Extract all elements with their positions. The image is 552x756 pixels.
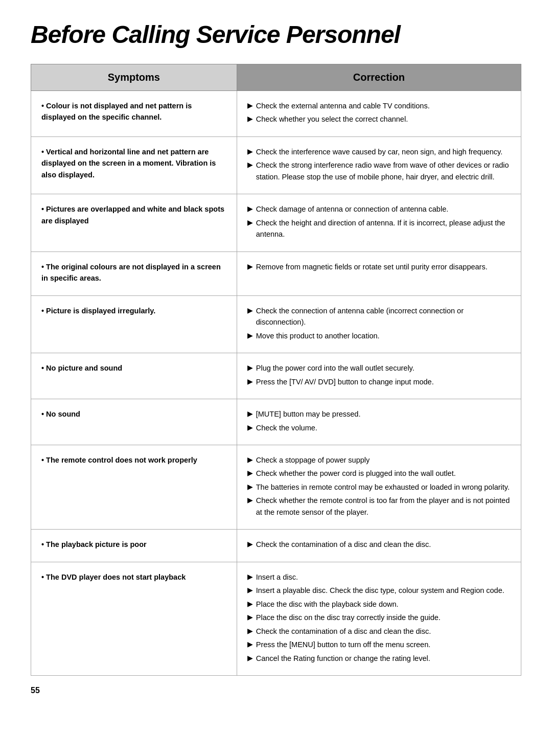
correction-text: ▶Check a stoppage of power supply bbox=[247, 454, 511, 466]
correction-label: Press the [MENU] button to turn off the … bbox=[256, 639, 430, 650]
correction-label: Check the strong interference radio wave… bbox=[256, 159, 511, 182]
correction-cell: ▶Check a stoppage of power supply▶Check … bbox=[237, 445, 521, 529]
correction-cell: ▶[MUTE] button may be pressed.▶Check the… bbox=[237, 399, 521, 445]
table-row: • The original colours are not displayed… bbox=[31, 251, 521, 295]
symptom-cell: • Picture is displayed irregularly. bbox=[31, 295, 237, 353]
correction-label: Check damage of antenna or connection of… bbox=[256, 203, 448, 215]
correction-text: ▶Check damage of antenna or connection o… bbox=[247, 203, 511, 215]
arrow-icon: ▶ bbox=[247, 653, 253, 664]
page-title: Before Calling Service Personnel bbox=[31, 20, 521, 49]
table-row: • The DVD player does not start playback… bbox=[31, 562, 521, 675]
arrow-icon: ▶ bbox=[247, 612, 253, 623]
table-row: • Picture is displayed irregularly.▶Chec… bbox=[31, 295, 521, 353]
symptom-cell: • Pictures are overlapped and white and … bbox=[31, 194, 237, 251]
arrow-icon: ▶ bbox=[247, 468, 253, 479]
correction-text: ▶Move this product to another location. bbox=[247, 330, 511, 341]
symptom-cell: • The original colours are not displayed… bbox=[31, 251, 237, 295]
correction-label: The batteries in remote control may be e… bbox=[256, 482, 510, 493]
correction-text: ▶Check whether you select the correct ch… bbox=[247, 113, 511, 125]
table-row: • Vertical and horizontal line and net p… bbox=[31, 136, 521, 194]
correction-label: Insert a disc. bbox=[256, 571, 298, 583]
correction-label: Plug the power cord into the wall outlet… bbox=[256, 362, 415, 374]
correction-label: [MUTE] button may be pressed. bbox=[256, 408, 361, 420]
header-correction: Correction bbox=[237, 64, 521, 91]
correction-label: Check the interference wave caused by ca… bbox=[256, 146, 503, 157]
correction-cell: ▶Check the interference wave caused by c… bbox=[237, 136, 521, 194]
correction-text: ▶Check whether the power cord is plugged… bbox=[247, 468, 511, 479]
correction-label: Check whether the remote control is too … bbox=[256, 495, 511, 518]
arrow-icon: ▶ bbox=[247, 362, 253, 374]
arrow-icon: ▶ bbox=[247, 539, 253, 550]
correction-text: ▶Insert a disc. bbox=[247, 571, 511, 583]
correction-label: Check whether you select the correct cha… bbox=[256, 113, 408, 125]
symptom-cell: • Colour is not displayed and net patter… bbox=[31, 91, 237, 137]
correction-cell: ▶Check the external antenna and cable TV… bbox=[237, 91, 521, 137]
correction-label: Check the external antenna and cable TV … bbox=[256, 100, 430, 111]
correction-cell: ▶Check the connection of antenna cable (… bbox=[237, 295, 521, 353]
correction-label: Move this product to another location. bbox=[256, 330, 380, 341]
arrow-icon: ▶ bbox=[247, 495, 253, 506]
table-row: • Colour is not displayed and net patter… bbox=[31, 91, 521, 137]
table-row: • Pictures are overlapped and white and … bbox=[31, 194, 521, 251]
correction-cell: ▶Remove from magnetic fields or rotate s… bbox=[237, 251, 521, 295]
symptom-text: • Colour is not displayed and net patter… bbox=[41, 100, 226, 123]
symptom-text: • The remote control does not work prope… bbox=[41, 454, 226, 466]
correction-label: Check a stoppage of power supply bbox=[256, 454, 370, 466]
correction-label: Press the [TV/ AV/ DVD] button to change… bbox=[256, 376, 434, 387]
correction-cell: ▶Check damage of antenna or connection o… bbox=[237, 194, 521, 251]
correction-text: ▶Place the disc on the disc tray correct… bbox=[247, 612, 511, 623]
correction-label: Cancel the Rating function or change the… bbox=[256, 653, 430, 664]
header-symptoms: Symptoms bbox=[31, 64, 237, 91]
correction-text: ▶[MUTE] button may be pressed. bbox=[247, 408, 511, 420]
symptom-text: • Vertical and horizontal line and net p… bbox=[41, 146, 226, 180]
correction-cell: ▶Check the contamination of a disc and c… bbox=[237, 530, 521, 562]
symptom-cell: • The playback picture is poor bbox=[31, 530, 237, 562]
correction-text: ▶Check the contamination of a disc and c… bbox=[247, 539, 511, 550]
arrow-icon: ▶ bbox=[247, 408, 253, 420]
correction-label: Check whether the power cord is plugged … bbox=[256, 468, 456, 479]
correction-label: Remove from magnetic fields or rotate se… bbox=[256, 261, 488, 272]
correction-label: Check the volume. bbox=[256, 422, 317, 433]
arrow-icon: ▶ bbox=[247, 482, 253, 493]
symptom-text: • No picture and sound bbox=[41, 362, 226, 374]
correction-cell: ▶Plug the power cord into the wall outle… bbox=[237, 353, 521, 399]
correction-label: Check the contamination of a disc and cl… bbox=[256, 539, 431, 550]
symptom-text: • Pictures are overlapped and white and … bbox=[41, 203, 226, 226]
correction-text: ▶Check whether the remote control is too… bbox=[247, 495, 511, 518]
correction-label: Check the connection of antenna cable (i… bbox=[256, 305, 511, 328]
arrow-icon: ▶ bbox=[247, 261, 253, 272]
correction-text: ▶Plug the power cord into the wall outle… bbox=[247, 362, 511, 374]
table-row: • The remote control does not work prope… bbox=[31, 445, 521, 529]
service-table: Symptoms Correction • Colour is not disp… bbox=[31, 64, 521, 676]
correction-text: ▶Check the volume. bbox=[247, 422, 511, 433]
correction-label: Place the disc on the disc tray correctl… bbox=[256, 612, 441, 623]
correction-text: ▶Check the height and direction of anten… bbox=[247, 217, 511, 240]
page-number: 55 bbox=[31, 686, 521, 695]
symptom-text: • The DVD player does not start playback bbox=[41, 571, 226, 583]
correction-text: ▶Remove from magnetic fields or rotate s… bbox=[247, 261, 511, 272]
table-row: • No sound▶[MUTE] button may be pressed.… bbox=[31, 399, 521, 445]
correction-label: Place the disc with the playback side do… bbox=[256, 599, 399, 610]
table-row: • The playback picture is poor▶Check the… bbox=[31, 530, 521, 562]
correction-label: Check the height and direction of antenn… bbox=[256, 217, 511, 240]
symptom-text: • Picture is displayed irregularly. bbox=[41, 305, 226, 316]
arrow-icon: ▶ bbox=[247, 217, 253, 228]
arrow-icon: ▶ bbox=[247, 100, 253, 111]
correction-text: ▶Place the disc with the playback side d… bbox=[247, 599, 511, 610]
symptom-cell: • The DVD player does not start playback bbox=[31, 562, 237, 675]
symptom-text: • The playback picture is poor bbox=[41, 539, 226, 550]
arrow-icon: ▶ bbox=[247, 203, 253, 215]
correction-text: ▶Press the [TV/ AV/ DVD] button to chang… bbox=[247, 376, 511, 387]
arrow-icon: ▶ bbox=[247, 376, 253, 387]
symptom-cell: • Vertical and horizontal line and net p… bbox=[31, 136, 237, 194]
correction-text: ▶Cancel the Rating function or change th… bbox=[247, 653, 511, 664]
arrow-icon: ▶ bbox=[247, 626, 253, 637]
arrow-icon: ▶ bbox=[247, 330, 253, 341]
symptom-cell: • No sound bbox=[31, 399, 237, 445]
correction-text: ▶Check the interference wave caused by c… bbox=[247, 146, 511, 157]
correction-text: ▶Check the strong interference radio wav… bbox=[247, 159, 511, 182]
symptom-text: • No sound bbox=[41, 408, 226, 420]
correction-text: ▶Check the contamination of a disc and c… bbox=[247, 626, 511, 637]
arrow-icon: ▶ bbox=[247, 454, 253, 466]
correction-label: Insert a playable disc. Check the disc t… bbox=[256, 585, 504, 596]
